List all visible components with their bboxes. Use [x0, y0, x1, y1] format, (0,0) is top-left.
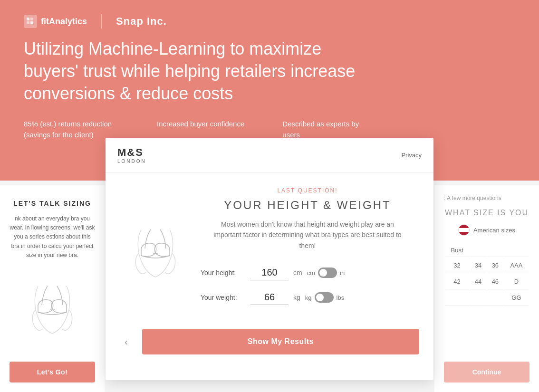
col-empty	[470, 244, 486, 257]
height-toggle-switch[interactable]	[318, 268, 337, 278]
privacy-link[interactable]: Privacy	[401, 152, 422, 159]
lets-go-button[interactable]: Let's Go!	[10, 362, 95, 382]
modal-tag: LAST QUESTION!	[201, 187, 414, 194]
right-size-panel: : A few more questions WHAT SIZE IS YOU …	[434, 185, 539, 392]
modal-description: Most women don't know that height and we…	[208, 219, 407, 251]
modal-footer: ‹ Show My Results	[106, 329, 433, 366]
weight-field-row: Your weight: kg kg lbs	[201, 290, 414, 305]
left-panel-title: LET'S TALK SIZING	[13, 200, 91, 207]
modal-body: LAST QUESTION! YOUR HEIGHT & WEIGHT Most…	[106, 173, 433, 329]
height-field-row: Your height: cm cm in	[201, 265, 414, 280]
size-region-label: American sizes	[473, 227, 515, 234]
left-sizing-panel: LET'S TALK SIZING nk about an everyday b…	[0, 185, 105, 392]
weight-unit: kg	[293, 294, 300, 301]
table-row: GG	[445, 290, 529, 306]
hero-stat-2: Increased buyer confidence	[157, 119, 244, 140]
height-cm-label: cm	[307, 269, 315, 277]
modal-header: M&S LONDON Privacy	[106, 138, 433, 173]
show-results-button[interactable]: Show My Results	[142, 329, 419, 354]
hero-stat-1: 85% (est.) returns reduction (savings fo…	[24, 119, 119, 140]
svg-rect-0	[27, 18, 29, 20]
hero-title: Utilizing Machine-Learning to maximize b…	[24, 38, 356, 105]
weight-input-wrap: kg kg lbs	[250, 290, 344, 305]
logo-divider	[101, 14, 102, 29]
right-panel-breadcrumb: : A few more questions	[444, 195, 529, 201]
ms-logo: M&S LONDON	[117, 146, 146, 164]
modal-title: YOUR HEIGHT & WEIGHT	[201, 199, 414, 212]
ms-logo-sub: LONDON	[117, 159, 146, 164]
col-bust: Bust	[445, 244, 469, 257]
height-weight-modal: M&S LONDON Privacy	[106, 138, 433, 380]
weight-toggle-switch[interactable]	[315, 292, 334, 303]
modal-form: LAST QUESTION! YOUR HEIGHT & WEIGHT Most…	[201, 187, 414, 315]
hero-stats: 85% (est.) returns reduction (savings fo…	[24, 119, 515, 140]
back-chevron-icon: ‹	[125, 336, 128, 347]
height-in-label: in	[340, 269, 345, 277]
height-input[interactable]	[250, 265, 289, 280]
back-button[interactable]: ‹	[120, 332, 133, 352]
table-row: 42 44 46 D	[445, 274, 529, 289]
size-table: Bust 32 34 36 AAA 42 44 46 D	[444, 243, 529, 306]
logo-bar: fitAnalytics Snap Inc.	[24, 14, 515, 29]
snapinc-logo: Snap Inc.	[116, 15, 167, 28]
weight-label: Your weight:	[201, 294, 243, 301]
hero-section: fitAnalytics Snap Inc. Utilizing Machine…	[0, 0, 539, 154]
modal-bra-illustration	[125, 187, 186, 315]
height-label: Your height:	[201, 269, 243, 277]
weight-input[interactable]	[250, 290, 289, 305]
table-row: 32 34 36 AAA	[445, 258, 529, 273]
svg-rect-3	[30, 21, 33, 24]
col-empty3	[504, 244, 529, 257]
left-panel-text: nk about an everyday bra you wear. In ll…	[10, 214, 95, 260]
fitanalytics-icon	[24, 15, 37, 28]
right-panel-title: WHAT SIZE IS YOU	[444, 209, 529, 217]
continue-button[interactable]: Continue	[444, 362, 529, 382]
us-flag-icon	[458, 224, 470, 236]
height-unit-toggle[interactable]: cm in	[307, 268, 345, 278]
hero-stat-3: Described as experts by users	[282, 119, 377, 140]
flag-row: American sizes	[444, 224, 529, 236]
height-unit: cm	[293, 269, 302, 277]
svg-rect-1	[30, 18, 33, 20]
fitanalytics-logo: fitAnalytics	[24, 15, 87, 28]
col-empty2	[487, 244, 503, 257]
weight-kg-label: kg	[305, 294, 312, 301]
weight-lbs-label: lbs	[337, 294, 345, 301]
weight-unit-toggle[interactable]: kg lbs	[305, 292, 344, 303]
bra-illustration	[24, 272, 81, 338]
ms-logo-main: M&S	[117, 146, 146, 159]
height-input-wrap: cm cm in	[250, 265, 345, 280]
svg-rect-2	[27, 21, 29, 24]
